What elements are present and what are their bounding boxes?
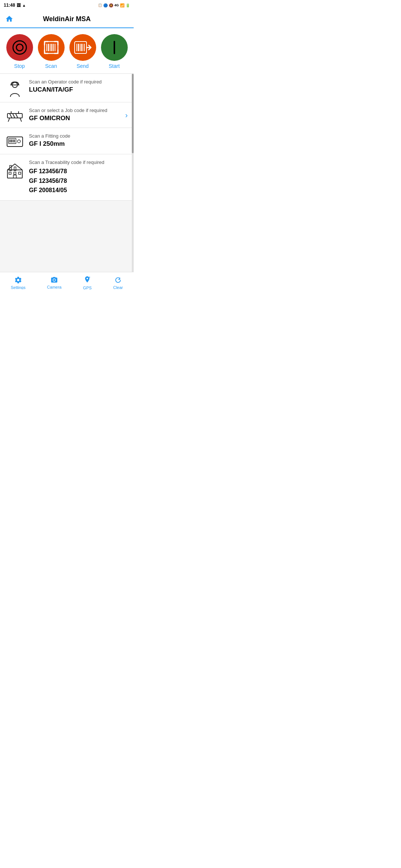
traceability-value-1: GF 123456/78 — [29, 167, 128, 176]
job-icon — [6, 108, 24, 122]
status-left: 11:48 🖼 ▲ — [4, 3, 26, 8]
job-hint: Scan or select a Job code if required — [29, 108, 118, 113]
svg-rect-41 — [14, 172, 16, 174]
clear-label: Clear — [113, 285, 123, 289]
svg-rect-36 — [17, 140, 20, 143]
scroll-thumb[interactable] — [132, 74, 134, 153]
svg-rect-11 — [76, 44, 77, 51]
scroll-track — [132, 74, 134, 272]
gps-label: GPS — [83, 286, 92, 289]
operator-value: LUCAN/ITA/GF — [29, 86, 128, 93]
svg-rect-16 — [84, 44, 85, 51]
mute-icon: 🔕 — [109, 3, 113, 7]
send-action[interactable]: Send — [69, 34, 96, 69]
camera-label: Camera — [47, 285, 62, 289]
scan-action[interactable]: Scan — [38, 34, 65, 69]
camera-icon — [50, 276, 59, 284]
operator-hint: Scan an Operator code if required — [29, 79, 128, 85]
svg-rect-3 — [46, 44, 47, 51]
svg-rect-4 — [48, 44, 49, 51]
traceability-icon — [6, 160, 24, 179]
svg-point-1 — [16, 44, 23, 51]
svg-line-25 — [20, 118, 22, 122]
job-row[interactable]: Scan or select a Job code if required GF… — [0, 102, 134, 128]
battery-icon: 🔋 — [125, 3, 130, 7]
start-action[interactable]: Start — [101, 34, 128, 69]
svg-rect-10 — [75, 42, 87, 53]
camera-nav[interactable]: Camera — [47, 276, 62, 289]
svg-rect-14 — [81, 44, 82, 51]
stop-label: Stop — [14, 63, 25, 69]
signal-icon: 📶 — [120, 3, 124, 7]
scan-label: Scan — [45, 63, 57, 69]
start-button[interactable] — [101, 34, 128, 61]
scan-button[interactable] — [38, 34, 65, 61]
settings-label: Settings — [11, 285, 26, 289]
status-right: 📋 🔵 🔕 4G 📶 🔋 — [98, 3, 130, 7]
svg-rect-6 — [51, 44, 52, 51]
clear-icon — [114, 276, 122, 284]
traceability-value-2: GF 123456/78 — [29, 176, 128, 186]
svg-text:+: + — [89, 276, 90, 279]
job-chevron[interactable]: › — [125, 111, 128, 119]
clear-nav[interactable]: Clear — [113, 276, 123, 289]
traceability-values: GF 123456/78 GF 123456/78 GF 200814/05 — [29, 167, 128, 195]
send-barcode-icon — [74, 40, 92, 55]
gallery-icon: 🖼 — [17, 3, 21, 7]
svg-line-22 — [13, 114, 15, 118]
status-time: 11:48 — [4, 3, 15, 8]
app-title: WeldinAir MSA — [43, 15, 91, 23]
bottom-nav: Settings Camera + GPS Clear — [0, 272, 134, 289]
start-label: Start — [109, 63, 120, 69]
home-icon[interactable] — [5, 15, 13, 23]
settings-icon — [14, 276, 22, 284]
operator-text: Scan an Operator code if required LUCAN/… — [29, 79, 128, 93]
svg-rect-8 — [53, 44, 54, 51]
network-icon: 4G — [114, 3, 119, 7]
traceability-row[interactable]: Scan a Traceability code if required GF … — [0, 154, 134, 201]
send-button[interactable] — [69, 34, 96, 61]
traceability-hint: Scan a Traceability code if required — [29, 160, 128, 165]
traceability-value-3: GF 200814/05 — [29, 185, 128, 195]
svg-rect-37 — [7, 170, 22, 178]
scan-barcode-icon — [43, 40, 59, 55]
fitting-row[interactable]: Scan a Fitting code GF I 250mm — [0, 128, 134, 154]
main-content: Scan an Operator code if required LUCAN/… — [0, 74, 134, 272]
operator-row[interactable]: Scan an Operator code if required LUCAN/… — [0, 74, 134, 102]
gps-icon: + — [84, 276, 91, 285]
traceability-text: Scan a Traceability code if required GF … — [29, 160, 128, 195]
svg-rect-17 — [114, 41, 115, 54]
status-bar: 11:48 🖼 ▲ 📋 🔵 🔕 4G 📶 🔋 — [0, 0, 134, 10]
svg-rect-12 — [78, 44, 79, 51]
job-value: GF OMICRON — [29, 115, 118, 122]
fitting-icon — [6, 133, 24, 149]
svg-line-24 — [8, 118, 10, 122]
svg-rect-7 — [52, 44, 53, 51]
alert-icon: ▲ — [22, 3, 26, 7]
actions-row: Stop Scan — [0, 28, 134, 74]
svg-line-21 — [10, 114, 12, 118]
bluetooth-icon: 🔵 — [103, 3, 108, 7]
settings-nav[interactable]: Settings — [11, 276, 26, 289]
svg-line-23 — [16, 114, 18, 118]
svg-rect-13 — [80, 44, 81, 51]
stop-action[interactable]: Stop — [6, 34, 33, 69]
operator-icon — [6, 79, 24, 97]
job-text: Scan or select a Job code if required GF… — [29, 108, 118, 122]
svg-rect-15 — [82, 44, 83, 51]
svg-rect-40 — [9, 172, 11, 174]
svg-rect-42 — [19, 172, 21, 174]
stop-button[interactable] — [6, 34, 33, 61]
fitting-text: Scan a Fitting code GF I 250mm — [29, 133, 128, 148]
header: WeldinAir MSA — [0, 10, 134, 28]
stop-icon — [12, 39, 28, 56]
svg-rect-43 — [13, 175, 16, 178]
send-label: Send — [76, 63, 89, 69]
svg-rect-9 — [55, 44, 56, 51]
fitting-hint: Scan a Fitting code — [29, 133, 128, 139]
start-icon — [110, 40, 118, 55]
sim-icon: 📋 — [98, 3, 102, 7]
fitting-value: GF I 250mm — [29, 140, 128, 148]
svg-rect-5 — [50, 44, 50, 51]
gps-nav[interactable]: + GPS — [83, 276, 92, 289]
